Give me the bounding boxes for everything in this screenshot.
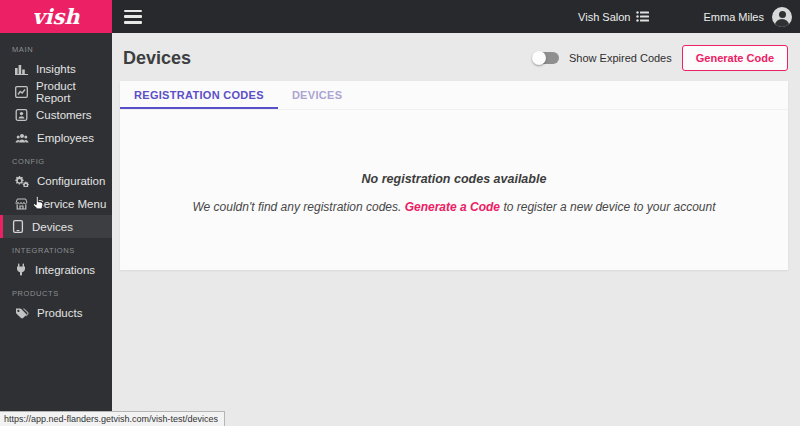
page-header: Devices Show Expired Codes Generate Code <box>112 33 800 81</box>
tags-icon <box>15 307 29 319</box>
sidebar-item-label: Products <box>37 307 82 319</box>
sidebar-section-config: CONFIG <box>12 157 112 166</box>
people-icon <box>15 132 29 144</box>
show-expired-codes-toggle[interactable] <box>533 52 559 64</box>
empty-message-suffix: to register a new device to your account <box>500 200 715 214</box>
sidebar-item-label: Product Report <box>36 80 112 104</box>
sidebar-item-employees[interactable]: Employees <box>0 126 112 149</box>
generate-a-code-link[interactable]: Generate a Code <box>405 200 500 214</box>
toggle-label: Show Expired Codes <box>569 52 672 64</box>
salon-name: Vish Salon <box>578 11 630 23</box>
person-avatar-icon[interactable] <box>772 7 792 27</box>
sidebar-item-label: Configuration <box>37 175 105 187</box>
empty-state-message: We couldn't find any registration codes.… <box>120 200 788 214</box>
vish-logo-text: vish <box>32 6 79 27</box>
sidebar: MAIN Insights Product Report Customers E… <box>0 33 112 426</box>
bar-chart-icon <box>15 63 28 75</box>
sidebar-item-label: Insights <box>36 63 76 75</box>
salon-switcher[interactable]: Vish Salon <box>578 11 649 23</box>
plug-icon <box>15 263 27 276</box>
sidebar-section-products: PRODUCTS <box>12 289 112 298</box>
user-menu[interactable]: Emma Miles <box>703 7 792 27</box>
topbar: vish Vish Salon Emma Miles <box>0 0 800 33</box>
sidebar-item-product-report[interactable]: Product Report <box>0 80 112 103</box>
toggle-knob <box>532 51 546 65</box>
sidebar-item-configuration[interactable]: Configuration <box>0 169 112 192</box>
empty-state-title: No registration codes available <box>120 172 788 186</box>
topbar-right: Vish Salon Emma Miles <box>578 7 800 27</box>
empty-message-prefix: We couldn't find any registration codes. <box>192 200 404 214</box>
sidebar-section-integrations: INTEGRATIONS <box>12 246 112 255</box>
list-icon <box>636 11 649 22</box>
sidebar-item-label: Devices <box>32 221 73 233</box>
tab-bar: REGISTRATION CODES DEVICES <box>120 81 788 110</box>
sidebar-item-products[interactable]: Products <box>0 301 112 324</box>
vish-logo[interactable]: vish <box>0 0 112 33</box>
tablet-icon <box>12 220 24 233</box>
page-title: Devices <box>123 48 191 69</box>
app-screen: vish Vish Salon Emma Miles MAIN Insights… <box>0 0 800 426</box>
report-chart-icon <box>15 86 28 98</box>
link-status-bar: https://app.ned-flanders.getvish.com/vis… <box>0 411 225 426</box>
storefront-icon <box>15 198 28 210</box>
sidebar-item-label: Customers <box>36 109 92 121</box>
sidebar-item-label: Integrations <box>35 264 95 276</box>
generate-code-button[interactable]: Generate Code <box>682 45 788 71</box>
sidebar-section-main: MAIN <box>12 45 112 54</box>
main-content: Devices Show Expired Codes Generate Code… <box>112 33 800 426</box>
empty-state: No registration codes available We could… <box>120 172 788 214</box>
sidebar-item-insights[interactable]: Insights <box>0 57 112 80</box>
hamburger-icon[interactable] <box>124 10 142 24</box>
sidebar-item-integrations[interactable]: Integrations <box>0 258 112 281</box>
sidebar-item-label: Employees <box>37 132 94 144</box>
sidebar-item-label: Service Menu <box>36 198 106 210</box>
sidebar-item-service-menu[interactable]: Service Menu <box>0 192 112 215</box>
tab-registration-codes[interactable]: REGISTRATION CODES <box>120 81 278 109</box>
gears-icon <box>15 175 29 187</box>
registration-codes-panel: REGISTRATION CODES DEVICES No registrati… <box>120 81 788 270</box>
header-controls: Show Expired Codes Generate Code <box>533 45 788 71</box>
sidebar-item-devices[interactable]: Devices <box>0 215 112 238</box>
tab-devices[interactable]: DEVICES <box>278 81 356 109</box>
sidebar-item-customers[interactable]: Customers <box>0 103 112 126</box>
contact-card-icon <box>15 109 28 121</box>
user-name: Emma Miles <box>703 11 764 23</box>
